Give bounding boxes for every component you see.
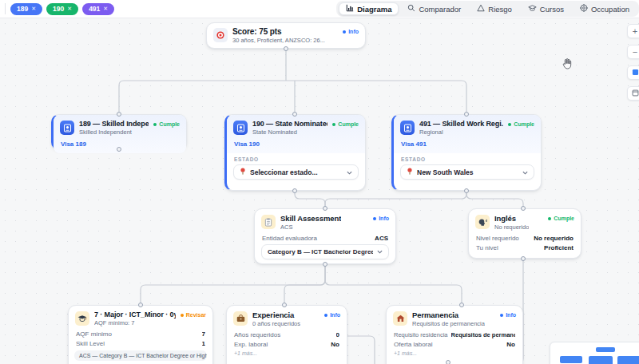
zoom-out-button[interactable]: − — [627, 45, 639, 59]
node-title: 491 — Skilled Work Regi... — [419, 120, 503, 128]
tab-label: Riesgo — [488, 5, 512, 14]
node-subtitle: State Nominated — [252, 129, 327, 136]
handle — [464, 188, 469, 193]
frame-button[interactable] — [627, 86, 639, 101]
category-select[interactable]: Category B — ICT Bachelor Degree or High… — [261, 244, 389, 259]
info-dot — [343, 30, 346, 34]
node-title: 189 — Skilled Independent — [79, 120, 149, 128]
minimap-node — [596, 347, 615, 352]
passport-icon — [233, 121, 248, 135]
frame-icon — [632, 89, 639, 98]
node-visa-491[interactable]: 491 — Skilled Work Regi... Regional Cump… — [391, 114, 542, 191]
passport-icon — [400, 121, 415, 135]
status-badge: Info — [373, 214, 389, 221]
row-label: Oferta laboral — [394, 341, 432, 348]
row-value: 7 — [202, 330, 205, 338]
handle — [282, 303, 287, 307]
tab-cursos[interactable]: Cursos — [521, 2, 571, 15]
chip-close-icon[interactable]: ✕ — [103, 6, 108, 12]
handle — [292, 188, 297, 193]
row-label: Exp. laboral — [234, 341, 268, 348]
node-subtitle: Skilled Independent — [79, 129, 149, 136]
assessment-note: ACS — Category B — ICT Bachelor Degree o… — [74, 350, 207, 361]
warning-triangle-icon — [477, 4, 485, 14]
graduation-cap-icon — [528, 4, 537, 14]
more-link[interactable]: +1 más... — [227, 349, 347, 358]
select-value: Seleccionar estado... — [250, 168, 343, 176]
visa-491-link[interactable]: Visa 491 — [394, 137, 541, 152]
state-select-491[interactable]: New South Wales — [400, 164, 534, 180]
node-visa-190[interactable]: 190 — State Nominated State Nominated Cu… — [224, 114, 366, 191]
node-education[interactable]: 7 · Major · ICT_Minor · 0y AQF mínimo: 7… — [68, 305, 213, 364]
chevron-down-icon — [377, 248, 383, 255]
tab-label: Cursos — [540, 5, 564, 14]
badge-label: Info — [348, 29, 359, 34]
node-subtitle: Requisitos de permanencia — [412, 320, 485, 327]
status-badge: Info — [324, 311, 340, 318]
tab-occupation[interactable]: Occupation — [573, 2, 637, 15]
node-visa-189[interactable]: 189 — Skilled Independent Skilled Indepe… — [51, 114, 187, 150]
tab-comparador[interactable]: Comparador — [400, 2, 468, 15]
node-score[interactable]: Score: 75 pts 30 años, Proficient, ANZSC… — [206, 22, 366, 49]
node-subtitle: Regional — [419, 129, 503, 136]
row-label: Entidad evaluadora — [262, 235, 317, 242]
zoom-in-button[interactable]: + — [627, 24, 639, 38]
handle — [117, 112, 121, 117]
node-english[interactable]: Inglés No requerido Cumple Nivel requeri… — [468, 208, 581, 259]
node-subtitle: ACS — [280, 224, 341, 231]
pin-icon — [240, 168, 246, 176]
visa-190-link[interactable]: Visa 190 — [227, 137, 365, 152]
status-badge: Revisar — [181, 311, 206, 318]
chip-189[interactable]: 189 ✕ — [10, 3, 42, 15]
status-badge: Cumple — [332, 120, 359, 127]
select-value: New South Wales — [417, 168, 518, 176]
location-pin-icon — [580, 4, 588, 14]
state-select-190[interactable]: Seleccionar estado... — [233, 164, 359, 180]
cumple-dot — [153, 123, 157, 126]
minimap[interactable] — [550, 342, 639, 364]
chevron-down-icon — [522, 168, 528, 176]
cumple-dot — [508, 123, 511, 126]
node-subtitle: 30 años, Proficient, ANZSCO: 26... — [232, 37, 325, 44]
minimap-node — [617, 356, 639, 364]
cumple-dot — [332, 123, 335, 126]
topbar: 189 ✕ 190 ✕ 491 ✕ Diagrama Comparador Ri… — [0, 0, 639, 18]
node-title: Experiencia — [252, 311, 300, 319]
topbar-divider — [5, 3, 6, 14]
handle — [138, 303, 143, 307]
handle — [323, 206, 327, 211]
node-experience[interactable]: Experiencia 0 años requeridos Info Años … — [226, 305, 347, 364]
info-dot — [324, 314, 327, 317]
node-residence[interactable]: Permanencia Requisitos de permanencia In… — [386, 305, 523, 364]
info-dot — [500, 314, 503, 317]
row-label: Años requeridos — [234, 331, 280, 338]
minimap-node — [589, 356, 613, 364]
handle — [521, 256, 526, 261]
fit-view-button[interactable] — [627, 65, 639, 80]
handle — [292, 112, 297, 117]
node-skill-assessment[interactable]: Skill Assessment ACS Info Entidad evalua… — [254, 208, 396, 264]
diagram-canvas[interactable]: Score: 75 pts 30 años, Proficient, ANZSC… — [0, 18, 639, 364]
node-title: Skill Assessment — [280, 214, 341, 223]
tab-label: Diagrama — [357, 5, 391, 14]
node-subtitle: 0 años requeridos — [252, 320, 300, 327]
select-value: Category B — ICT Bachelor Degree or High… — [268, 248, 373, 255]
node-title: 190 — State Nominated — [252, 120, 327, 128]
row-value: No — [506, 341, 515, 348]
chip-190[interactable]: 190 ✕ — [46, 3, 78, 15]
pin-icon — [407, 168, 413, 176]
cumple-dot — [548, 217, 551, 220]
house-icon — [393, 311, 407, 326]
more-link[interactable]: +1 más... — [387, 349, 522, 358]
chip-491[interactable]: 491 ✕ — [82, 3, 114, 15]
clipboard-icon — [261, 215, 276, 229]
chip-close-icon[interactable]: ✕ — [31, 6, 36, 12]
node-subtitle: AQF mínimo: 7 — [94, 319, 176, 326]
tab-riesgo[interactable]: Riesgo — [470, 2, 519, 15]
status-badge: Info — [500, 311, 516, 318]
node-title: 7 · Major · ICT_Minor · 0y — [94, 311, 176, 318]
chip-close-icon[interactable]: ✕ — [67, 6, 72, 12]
minimap-node — [560, 356, 582, 363]
tab-diagrama[interactable]: Diagrama — [339, 2, 399, 15]
handle — [446, 360, 450, 364]
